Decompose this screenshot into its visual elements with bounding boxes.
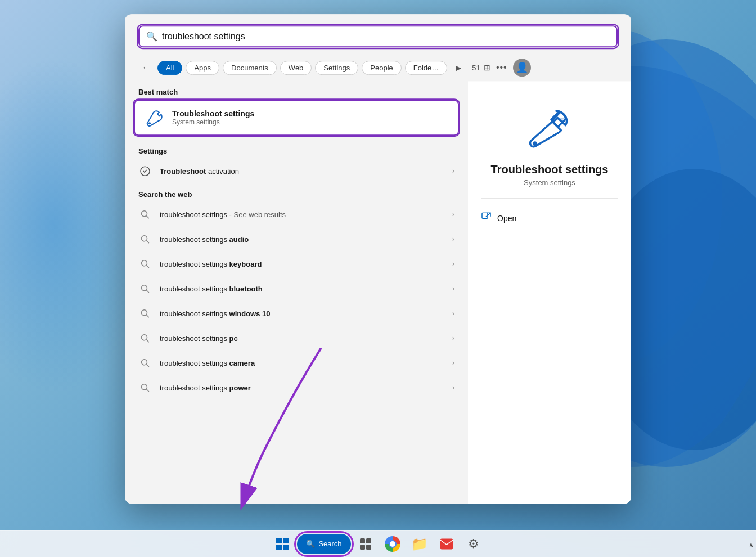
activation-chevron: › bbox=[452, 167, 454, 175]
result-count: 51 bbox=[472, 64, 480, 72]
web-chevron-8: › bbox=[452, 384, 454, 392]
best-match-info: Troubleshoot settings System settings bbox=[172, 109, 254, 126]
taskbar-search-label: Search bbox=[318, 540, 341, 548]
filter-people[interactable]: People bbox=[362, 61, 401, 75]
filter-apps[interactable]: Apps bbox=[186, 61, 219, 75]
best-match-name: Troubleshoot settings bbox=[172, 109, 254, 118]
web-item-5[interactable]: troubleshoot settings windows 10 › bbox=[125, 301, 468, 326]
web-chevron-6: › bbox=[452, 334, 454, 342]
web-item-2[interactable]: troubleshoot settings audio › bbox=[125, 227, 468, 251]
taskbar-search-button[interactable]: 🔍 Search bbox=[297, 534, 350, 554]
open-action[interactable]: Open bbox=[482, 208, 618, 229]
search-bar-area: 🔍 bbox=[125, 14, 631, 54]
mail-icon[interactable] bbox=[434, 532, 459, 556]
svg-line-16 bbox=[147, 340, 149, 342]
svg-rect-25 bbox=[360, 538, 365, 543]
chevron-up-button[interactable]: ∧ bbox=[749, 541, 754, 549]
result-item-activation[interactable]: Troubleshoot activation › bbox=[125, 159, 468, 183]
right-panel: Troubleshoot settings System settings Op… bbox=[468, 81, 631, 504]
web-search-icon-1 bbox=[138, 208, 152, 221]
section-web-title: Search the web bbox=[125, 183, 468, 202]
files-icon[interactable]: 📁 bbox=[407, 532, 432, 556]
right-subtitle: System settings bbox=[524, 178, 575, 187]
open-label: Open bbox=[497, 214, 516, 223]
web-item-text-3: troubleshoot settings keyboard bbox=[160, 260, 444, 268]
web-search-icon-6 bbox=[138, 331, 152, 345]
section-settings-title: Settings bbox=[125, 140, 468, 159]
svg-point-3 bbox=[148, 122, 151, 124]
right-divider bbox=[482, 198, 618, 199]
web-chevron-1: › bbox=[452, 210, 454, 218]
web-search-icon-7 bbox=[138, 356, 152, 370]
search-input-row[interactable]: 🔍 bbox=[138, 25, 618, 47]
web-search-icon-3 bbox=[138, 257, 152, 271]
open-icon bbox=[482, 212, 492, 224]
right-title: Troubleshoot settings bbox=[491, 163, 609, 176]
filter-all[interactable]: All bbox=[158, 61, 182, 75]
svg-point-21 bbox=[533, 141, 537, 146]
web-chevron-5: › bbox=[452, 309, 454, 317]
svg-rect-26 bbox=[366, 538, 371, 543]
right-big-icon bbox=[524, 104, 575, 154]
task-view-button[interactable] bbox=[353, 532, 378, 556]
web-item-text-8: troubleshoot settings power bbox=[160, 384, 444, 392]
web-item-text-7: troubleshoot settings camera bbox=[160, 359, 444, 367]
web-item-text-6: troubleshoot settings pc bbox=[160, 334, 444, 343]
web-chevron-2: › bbox=[452, 235, 454, 243]
web-chevron-7: › bbox=[452, 359, 454, 367]
web-item-3[interactable]: troubleshoot settings keyboard › bbox=[125, 251, 468, 276]
web-search-icon-8 bbox=[138, 381, 152, 394]
search-input[interactable] bbox=[162, 32, 610, 42]
web-chevron-3: › bbox=[452, 260, 454, 268]
best-match-subtitle: System settings bbox=[172, 118, 254, 126]
more-options-button[interactable]: ••• bbox=[494, 60, 510, 75]
svg-line-8 bbox=[147, 241, 149, 243]
svg-line-10 bbox=[147, 266, 149, 268]
start-button[interactable] bbox=[270, 532, 295, 556]
search-window: 🔍 ← All Apps Documents Web Settings Peop… bbox=[125, 14, 631, 504]
svg-line-12 bbox=[147, 290, 149, 293]
filter-documents[interactable]: Documents bbox=[223, 61, 277, 75]
svg-line-18 bbox=[147, 365, 149, 367]
web-item-7[interactable]: troubleshoot settings camera › bbox=[125, 351, 468, 375]
filter-settings[interactable]: Settings bbox=[315, 61, 358, 75]
web-item-4[interactable]: troubleshoot settings bluetooth › bbox=[125, 276, 468, 301]
svg-rect-27 bbox=[360, 545, 365, 550]
web-item-text-1: troubleshoot settings - See web results bbox=[160, 210, 444, 219]
svg-line-6 bbox=[147, 216, 149, 218]
web-search-icon-4 bbox=[138, 282, 152, 295]
web-item-8[interactable]: troubleshoot settings power › bbox=[125, 375, 468, 400]
best-match-icon bbox=[144, 107, 164, 128]
chrome-icon[interactable] bbox=[380, 532, 405, 556]
svg-rect-29 bbox=[440, 539, 453, 549]
taskbar-search-icon: 🔍 bbox=[306, 540, 315, 548]
web-item-text-2: troubleshoot settings audio bbox=[160, 235, 444, 244]
web-chevron-4: › bbox=[452, 285, 454, 293]
settings-gear-icon[interactable]: ⚙ bbox=[461, 532, 486, 556]
windows-logo bbox=[276, 538, 289, 550]
activation-icon bbox=[138, 164, 152, 178]
filter-tabs: ← All Apps Documents Web Settings People… bbox=[125, 54, 631, 81]
section-best-match-title: Best match bbox=[125, 81, 468, 100]
user-avatar[interactable]: 👤 bbox=[513, 59, 531, 77]
activation-text: Troubleshoot activation bbox=[160, 167, 444, 176]
svg-rect-28 bbox=[366, 545, 371, 550]
search-content: Best match Troubleshoot settings System … bbox=[125, 81, 631, 504]
filter-web[interactable]: Web bbox=[280, 61, 312, 75]
back-button[interactable]: ← bbox=[138, 60, 154, 75]
svg-line-20 bbox=[147, 389, 149, 392]
svg-line-14 bbox=[147, 315, 149, 317]
left-panel: Best match Troubleshoot settings System … bbox=[125, 81, 468, 504]
web-item-1[interactable]: troubleshoot settings - See web results … bbox=[125, 202, 468, 227]
taskbar: 🔍 Search 📁 ⚙ ∧ bbox=[0, 530, 756, 557]
web-item-6[interactable]: troubleshoot settings pc › bbox=[125, 326, 468, 351]
web-search-icon-2 bbox=[138, 232, 152, 246]
filter-folders[interactable]: Folde… bbox=[405, 61, 448, 75]
filter-icon: ⊞ bbox=[484, 63, 490, 72]
gear-icon: ⚙ bbox=[468, 537, 479, 551]
web-item-text-5: troubleshoot settings windows 10 bbox=[160, 309, 444, 318]
folder-icon: 📁 bbox=[411, 536, 428, 552]
play-more-button[interactable]: ▶ bbox=[451, 60, 466, 75]
web-item-text-4: troubleshoot settings bluetooth bbox=[160, 285, 444, 293]
best-match-item[interactable]: Troubleshoot settings System settings bbox=[134, 100, 459, 136]
